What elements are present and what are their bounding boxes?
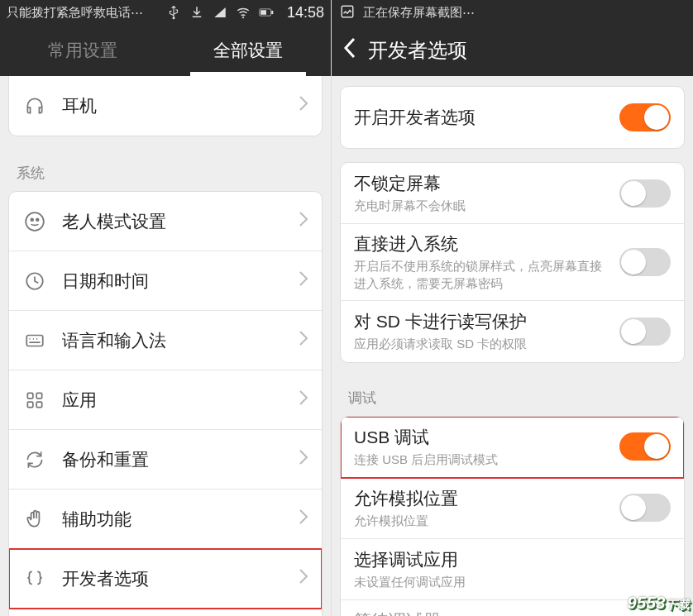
card-top: 耳机 bbox=[8, 76, 323, 136]
svg-rect-4 bbox=[260, 10, 266, 15]
download-icon bbox=[189, 5, 204, 20]
braces-icon bbox=[22, 566, 47, 591]
row-skip-lock[interactable]: 直接进入系统 开启后不使用系统的锁屏样式，点亮屏幕直接进入系统，需要无屏幕密码 bbox=[341, 224, 684, 301]
watermark-main: 9553 bbox=[628, 594, 667, 612]
row-usb-debug[interactable]: USB 调试 连接 USB 后启用调试模式 bbox=[341, 417, 684, 478]
row-subtitle: 连接 USB 后启用调试模式 bbox=[354, 451, 611, 468]
status-bar-right: 正在保存屏幕截图⋯ bbox=[332, 0, 693, 25]
toggle-mock-location[interactable] bbox=[619, 494, 671, 522]
screenshot-icon bbox=[340, 4, 355, 21]
row-subtitle: 开启后不使用系统的锁屏样式，点亮屏幕直接进入系统，需要无屏幕密码 bbox=[354, 258, 611, 292]
row-label: 老人模式设置 bbox=[62, 210, 299, 233]
card-dev-main: 开启开发者选项 bbox=[340, 86, 685, 149]
row-label: 备份和重置 bbox=[62, 448, 299, 471]
section-debug-label: 调试 bbox=[332, 376, 693, 416]
row-label: 应用 bbox=[62, 389, 299, 412]
settings-tabs: 常用设置 全部设置 bbox=[0, 25, 331, 76]
chevron-right-icon bbox=[299, 568, 308, 590]
toggle-stay-awake[interactable] bbox=[619, 179, 671, 208]
svg-rect-11 bbox=[36, 393, 41, 399]
status-time: 14:58 bbox=[287, 4, 324, 21]
chevron-right-icon bbox=[299, 211, 308, 232]
chevron-right-icon bbox=[299, 95, 308, 117]
headphones-icon bbox=[22, 93, 47, 118]
row-headphones[interactable]: 耳机 bbox=[9, 76, 322, 136]
svg-point-7 bbox=[36, 218, 39, 221]
row-mock-location[interactable]: 允许模拟位置 允许模拟位置 bbox=[341, 478, 684, 539]
section-system-label: 系统 bbox=[0, 151, 331, 191]
row-label: 日期和时间 bbox=[62, 270, 299, 293]
clock-icon bbox=[22, 269, 47, 294]
toggle-enable-dev[interactable] bbox=[619, 103, 671, 131]
row-elder-mode[interactable]: 老人模式设置 bbox=[9, 192, 322, 251]
row-subtitle: 允许模拟位置 bbox=[354, 513, 611, 529]
toggle-sd-protect[interactable] bbox=[619, 318, 671, 346]
row-accessibility[interactable]: 辅助功能 bbox=[9, 489, 322, 549]
signal-icon bbox=[213, 5, 227, 20]
chevron-right-icon bbox=[299, 509, 308, 530]
chevron-right-icon bbox=[299, 330, 308, 351]
status-bar-left: 只能拨打紧急呼救电话⋯ 14:58 bbox=[0, 0, 331, 25]
header-title: 开发者选项 bbox=[368, 37, 467, 64]
apps-icon bbox=[22, 388, 47, 413]
watermark-suffix: 下载 bbox=[666, 598, 690, 611]
chevron-right-icon bbox=[299, 270, 308, 292]
row-title: 等待调试器 bbox=[354, 609, 662, 616]
row-title: 允许模拟位置 bbox=[354, 487, 611, 509]
tab-all-settings[interactable]: 全部设置 bbox=[165, 25, 331, 76]
row-stay-awake[interactable]: 不锁定屏幕 充电时屏幕不会休眠 bbox=[341, 163, 684, 224]
row-title: 选择调试应用 bbox=[354, 548, 662, 571]
svg-point-1 bbox=[242, 17, 244, 18]
row-title: 开启开发者选项 bbox=[354, 106, 611, 128]
row-subtitle: 应用必须请求读取 SD 卡的权限 bbox=[354, 336, 611, 352]
row-label: 耳机 bbox=[62, 94, 299, 117]
developer-header: 开发者选项 bbox=[332, 25, 693, 76]
row-title: 对 SD 卡进行读写保护 bbox=[354, 310, 611, 332]
refresh-icon bbox=[22, 447, 47, 472]
toggle-usb-debug[interactable] bbox=[619, 432, 671, 461]
chevron-right-icon bbox=[299, 389, 308, 411]
card-system: 老人模式设置 日期和时间 语言和输入法 应用 bbox=[8, 191, 323, 616]
back-button[interactable] bbox=[343, 37, 356, 64]
row-title: 不锁定屏幕 bbox=[354, 172, 611, 194]
row-apps[interactable]: 应用 bbox=[9, 370, 322, 430]
row-enable-dev[interactable]: 开启开发者选项 bbox=[341, 87, 684, 148]
toggle-skip-lock[interactable] bbox=[619, 248, 671, 276]
wifi-icon bbox=[236, 5, 251, 20]
row-label: 辅助功能 bbox=[62, 508, 299, 531]
svg-rect-12 bbox=[27, 402, 33, 408]
card-dev-group1: 不锁定屏幕 充电时屏幕不会休眠 直接进入系统 开启后不使用系统的锁屏样式，点亮屏… bbox=[340, 162, 685, 363]
row-label: 开发者选项 bbox=[62, 567, 299, 590]
svg-point-6 bbox=[31, 218, 33, 221]
svg-point-5 bbox=[26, 212, 44, 231]
row-sd-protect[interactable]: 对 SD 卡进行读写保护 应用必须请求读取 SD 卡的权限 bbox=[341, 301, 684, 362]
battery-icon bbox=[259, 5, 274, 20]
svg-rect-3 bbox=[271, 11, 273, 14]
row-subtitle: 未设置任何调试应用 bbox=[354, 574, 662, 590]
svg-rect-13 bbox=[36, 402, 41, 408]
usb-icon bbox=[166, 5, 181, 20]
elder-icon bbox=[22, 209, 47, 234]
row-title: USB 调试 bbox=[354, 426, 611, 448]
tab-common-settings[interactable]: 常用设置 bbox=[0, 25, 165, 76]
chevron-right-icon bbox=[299, 449, 308, 470]
status-saving-text: 正在保存屏幕截图⋯ bbox=[363, 5, 475, 21]
row-title: 直接进入系统 bbox=[354, 232, 611, 255]
row-select-debug-app[interactable]: 选择调试应用 未设置任何调试应用 bbox=[341, 539, 684, 600]
svg-point-0 bbox=[172, 17, 174, 19]
card-dev-debug: USB 调试 连接 USB 后启用调试模式 允许模拟位置 允许模拟位置 选择调试… bbox=[340, 416, 685, 616]
svg-rect-10 bbox=[27, 393, 33, 399]
status-network-text: 只能拨打紧急呼救电话⋯ bbox=[7, 5, 143, 21]
row-label: 语言和输入法 bbox=[62, 329, 299, 352]
status-icons: 14:58 bbox=[166, 4, 324, 21]
row-developer-options[interactable]: 开发者选项 bbox=[9, 549, 322, 609]
row-date-time[interactable]: 日期和时间 bbox=[9, 251, 322, 311]
hand-icon bbox=[22, 507, 47, 532]
row-subtitle: 充电时屏幕不会休眠 bbox=[354, 198, 611, 214]
row-backup-reset[interactable]: 备份和重置 bbox=[9, 430, 322, 489]
keyboard-icon bbox=[22, 328, 47, 353]
row-about-phone[interactable]: 关于手机 bbox=[9, 609, 322, 616]
watermark: 9553下载 bbox=[628, 594, 691, 613]
svg-rect-9 bbox=[26, 335, 43, 346]
row-language-input[interactable]: 语言和输入法 bbox=[9, 311, 322, 370]
